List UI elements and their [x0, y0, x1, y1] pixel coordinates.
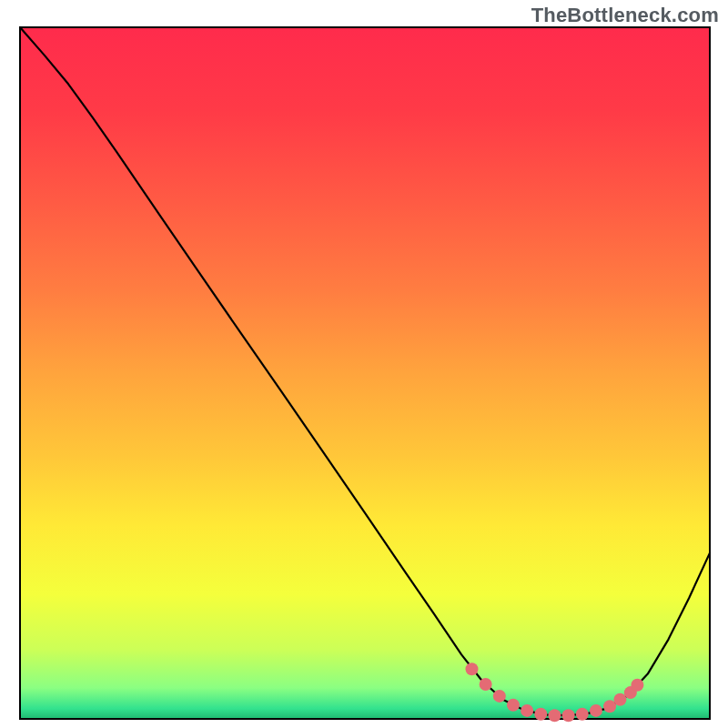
highlight-dot [465, 662, 478, 675]
highlight-dot [613, 693, 626, 706]
highlight-dot [562, 709, 575, 722]
gradient-background [20, 27, 710, 719]
highlight-dot [521, 704, 533, 717]
highlight-dot [507, 699, 520, 712]
highlight-dot [631, 679, 643, 692]
highlight-dot [480, 678, 492, 691]
chart-svg [0, 0, 728, 728]
highlight-dot [493, 690, 506, 703]
highlight-dot [576, 708, 589, 721]
bottleneck-chart: TheBottleneck.com [0, 0, 728, 728]
highlight-dot [534, 708, 547, 721]
highlight-dot [603, 700, 616, 713]
highlight-dot [548, 709, 561, 722]
highlight-dot [590, 704, 602, 717]
watermark-label: TheBottleneck.com [531, 4, 719, 27]
